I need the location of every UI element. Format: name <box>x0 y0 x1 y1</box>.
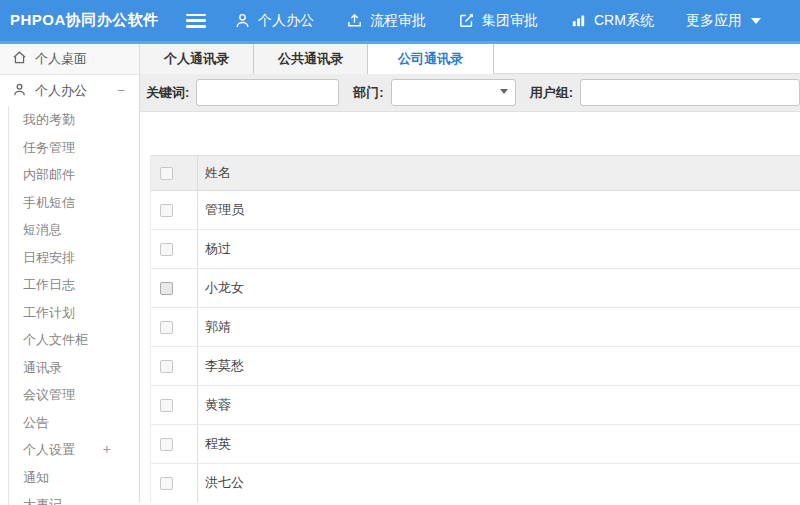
sidebar-item-work-log[interactable]: 工作日志 <box>9 271 139 299</box>
row-checkbox[interactable] <box>160 282 173 295</box>
person-icon <box>234 12 251 29</box>
sidebar-item-task-management[interactable]: 任务管理 <box>9 134 139 162</box>
caret-down-icon <box>500 89 508 94</box>
main-content: 个人通讯录 公共通讯录 公司通讯录 关键词: 部门: 用户组: <box>140 44 800 502</box>
nav-item-label: 个人办公 <box>258 12 314 30</box>
nav-item-personal-office[interactable]: 个人办公 <box>234 12 314 30</box>
contact-name: 洪七公 <box>198 474 244 492</box>
department-label: 部门: <box>353 84 383 102</box>
row-checkbox[interactable] <box>160 243 173 256</box>
tab-strip: 个人通讯录 公共通讯录 公司通讯录 <box>140 44 800 74</box>
sidebar-submenu: 我的考勤 任务管理 内部邮件 手机短信 短消息 日程安排 工作日志 工作计划 个… <box>8 106 139 505</box>
content-spacer <box>140 112 800 155</box>
sidebar-item-work-plan[interactable]: 工作计划 <box>9 299 139 327</box>
edit-icon <box>458 12 475 29</box>
expand-icon[interactable]: + <box>103 436 111 464</box>
sidebar-item-file-cabinet[interactable]: 个人文件柜 <box>9 326 139 354</box>
contact-name: 杨过 <box>198 240 231 258</box>
home-icon <box>12 50 27 68</box>
table-row[interactable]: 管理员 <box>151 191 800 230</box>
row-checkbox[interactable] <box>160 360 173 373</box>
sidebar-item-sms[interactable]: 手机短信 <box>9 189 139 217</box>
sidebar-item-memorabilia[interactable]: 大事记 <box>9 491 139 505</box>
nav-item-label: 更多应用 <box>686 12 742 30</box>
row-checkbox[interactable] <box>160 204 173 217</box>
contact-name: 小龙女 <box>198 279 244 297</box>
nav-item-more-apps[interactable]: 更多应用 <box>686 12 761 30</box>
table-row[interactable]: 洪七公 <box>151 464 800 502</box>
filter-bar: 关键词: 部门: 用户组: <box>140 74 800 112</box>
table-row[interactable]: 李莫愁 <box>151 347 800 386</box>
sidebar-item-announcement[interactable]: 公告 <box>9 409 139 437</box>
tab-public-contacts[interactable]: 公共通讯录 <box>254 44 368 74</box>
sidebar-item-meeting-management[interactable]: 会议管理 <box>9 381 139 409</box>
usergroup-label: 用户组: <box>530 84 573 102</box>
sidebar-item-personal-settings[interactable]: 个人设置 + <box>9 436 139 464</box>
contact-name: 黄蓉 <box>198 396 231 414</box>
keyword-input[interactable] <box>196 79 339 106</box>
nav-item-workflow-approval[interactable]: 流程审批 <box>346 12 426 30</box>
contacts-table: 姓名 管理员 杨过 小龙女 郭靖 李莫愁 <box>150 155 800 502</box>
sidebar-item-attendance[interactable]: 我的考勤 <box>9 106 139 134</box>
sidebar: 个人桌面 个人办公 − 我的考勤 任务管理 内部邮件 手机短信 短消息 日程安排… <box>0 44 140 502</box>
collapse-icon[interactable]: − <box>117 82 125 98</box>
nav-item-crm-system[interactable]: CRM系统 <box>570 12 654 30</box>
row-checkbox[interactable] <box>160 399 173 412</box>
app-title: PHPOA协同办公软件 <box>0 11 178 30</box>
sidebar-item-short-message[interactable]: 短消息 <box>9 216 139 244</box>
tab-personal-contacts[interactable]: 个人通讯录 <box>140 44 254 74</box>
sidebar-item-notification[interactable]: 通知 <box>9 464 139 492</box>
top-navbar: PHPOA协同办公软件 个人办公 流程审批 <box>0 0 800 44</box>
usergroup-input[interactable] <box>580 79 800 106</box>
sidebar-item-personal-office[interactable]: 个人办公 − <box>0 75 139 106</box>
name-column-header: 姓名 <box>198 164 231 182</box>
sidebar-item-personal-desktop[interactable]: 个人桌面 <box>0 44 139 75</box>
table-row[interactable]: 小龙女 <box>151 269 800 308</box>
sidebar-item-internal-mail[interactable]: 内部邮件 <box>9 161 139 189</box>
sidebar-item-schedule[interactable]: 日程安排 <box>9 244 139 272</box>
contact-name: 管理员 <box>198 201 244 219</box>
sidebar-item-label: 个人桌面 <box>35 50 87 68</box>
sidebar-item-contacts[interactable]: 通讯录 <box>9 354 139 382</box>
nav-item-label: 流程审批 <box>370 12 426 30</box>
table-row[interactable]: 郭靖 <box>151 308 800 347</box>
select-all-checkbox[interactable] <box>160 167 173 180</box>
menu-icon[interactable] <box>186 14 206 28</box>
caret-down-icon <box>751 18 761 24</box>
row-checkbox[interactable] <box>160 477 173 490</box>
bar-chart-icon <box>570 12 587 29</box>
nav-item-group-approval[interactable]: 集团审批 <box>458 12 538 30</box>
flow-icon <box>346 12 363 29</box>
row-checkbox[interactable] <box>160 438 173 451</box>
nav-item-label: 集团审批 <box>482 12 538 30</box>
tab-company-contacts[interactable]: 公司通讯录 <box>368 44 494 74</box>
keyword-label: 关键词: <box>146 84 189 102</box>
row-checkbox[interactable] <box>160 321 173 334</box>
contact-name: 李莫愁 <box>198 357 244 375</box>
table-row[interactable]: 杨过 <box>151 230 800 269</box>
contact-name: 郭靖 <box>198 318 231 336</box>
sidebar-item-label: 个人办公 <box>35 82 87 100</box>
table-header-row: 姓名 <box>151 155 800 191</box>
contact-name: 程英 <box>198 435 231 453</box>
header-checkbox-cell <box>151 156 198 190</box>
top-nav-menu: 个人办公 流程审批 集团审批 <box>234 12 761 30</box>
nav-item-label: CRM系统 <box>594 12 654 30</box>
table-row[interactable]: 黄蓉 <box>151 386 800 425</box>
table-row[interactable]: 程英 <box>151 425 800 464</box>
department-select[interactable] <box>391 79 516 106</box>
person-icon <box>12 82 27 100</box>
